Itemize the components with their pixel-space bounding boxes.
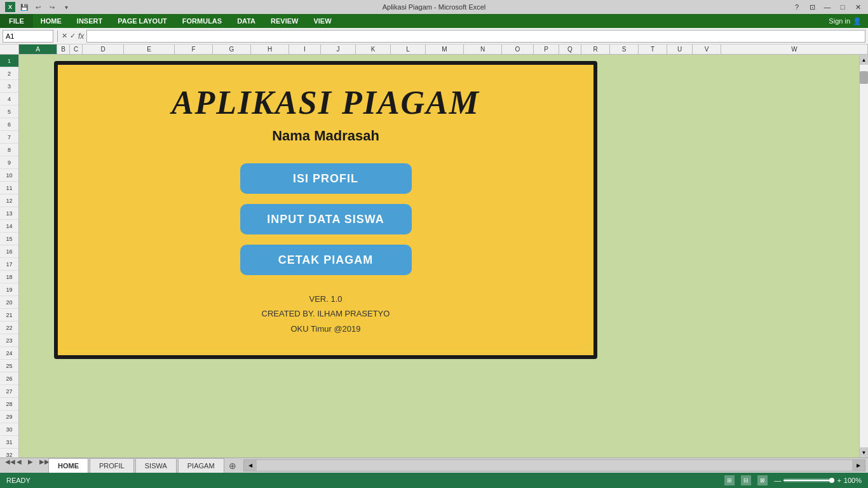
sheet-nav-next[interactable]: ▶ xyxy=(25,458,36,473)
page-layout-view-icon[interactable]: ⊟ xyxy=(741,475,751,485)
tab-data[interactable]: DATA xyxy=(229,14,263,28)
customize-qa-icon[interactable]: ▾ xyxy=(61,2,71,12)
col-header-w[interactable]: W xyxy=(721,44,868,54)
row-num-12[interactable]: 12 xyxy=(0,194,18,207)
col-header-s[interactable]: S xyxy=(610,44,639,54)
zoom-slider[interactable] xyxy=(783,478,834,482)
insert-function-icon[interactable]: fx xyxy=(78,32,84,41)
zoom-out-icon[interactable]: — xyxy=(774,477,781,484)
horizontal-scrollbar[interactable]: ◀ ▶ xyxy=(243,459,865,471)
row-num-9[interactable]: 9 xyxy=(0,156,18,169)
close-button[interactable]: ✕ xyxy=(853,2,863,12)
sheet-tab-home[interactable]: HOME xyxy=(48,458,88,473)
col-header-o[interactable]: O xyxy=(502,44,534,54)
sheet-nav-right[interactable]: ▶▶ xyxy=(37,458,47,473)
row-num-8[interactable]: 8 xyxy=(0,144,18,156)
col-header-k[interactable]: K xyxy=(356,44,391,54)
tab-home[interactable]: HOME xyxy=(33,14,69,28)
col-header-e[interactable]: E xyxy=(124,44,175,54)
isi-profil-button[interactable]: ISI PROFIL xyxy=(240,163,412,194)
row-num-7[interactable]: 7 xyxy=(0,131,18,144)
row-num-20[interactable]: 20 xyxy=(0,296,18,309)
add-sheet-button[interactable]: ⊕ xyxy=(226,458,240,473)
col-header-b[interactable]: B xyxy=(57,44,70,54)
col-header-c[interactable]: C xyxy=(70,44,83,54)
row-num-19[interactable]: 19 xyxy=(0,283,18,296)
sheet-nav-prev[interactable]: ◀ xyxy=(14,458,24,473)
row-num-15[interactable]: 15 xyxy=(0,233,18,245)
restore-button[interactable]: ⊡ xyxy=(807,2,817,12)
row-num-27[interactable]: 27 xyxy=(0,385,18,398)
col-header-p[interactable]: P xyxy=(534,44,559,54)
col-header-t[interactable]: T xyxy=(639,44,667,54)
tab-formulas[interactable]: FORMULAS xyxy=(175,14,229,28)
row-num-2[interactable]: 2 xyxy=(0,67,18,80)
col-header-v[interactable]: V xyxy=(693,44,721,54)
row-num-31[interactable]: 31 xyxy=(0,436,18,449)
sign-in-button[interactable]: Sign in 👤 xyxy=(822,14,868,28)
col-header-f[interactable]: F xyxy=(175,44,213,54)
row-num-18[interactable]: 18 xyxy=(0,271,18,283)
row-num-26[interactable]: 26 xyxy=(0,372,18,385)
sheet-tab-piagam[interactable]: PIAGAM xyxy=(178,458,224,473)
cetak-piagam-button[interactable]: CETAK PIAGAM xyxy=(240,245,412,275)
row-num-1[interactable]: 1 xyxy=(0,55,18,67)
cancel-formula-icon[interactable]: ✕ xyxy=(62,32,67,40)
row-num-30[interactable]: 30 xyxy=(0,423,18,436)
row-num-6[interactable]: 6 xyxy=(0,118,18,131)
redo-icon[interactable]: ↪ xyxy=(47,2,57,12)
row-num-3[interactable]: 3 xyxy=(0,80,18,93)
col-header-m[interactable]: M xyxy=(426,44,464,54)
col-header-j[interactable]: J xyxy=(321,44,356,54)
sheet-nav-left[interactable]: ◀◀ xyxy=(3,458,13,473)
col-header-d[interactable]: D xyxy=(83,44,124,54)
zoom-in-icon[interactable]: + xyxy=(837,477,841,484)
row-num-10[interactable]: 10 xyxy=(0,169,18,182)
row-num-24[interactable]: 24 xyxy=(0,347,18,360)
row-num-25[interactable]: 25 xyxy=(0,360,18,372)
vertical-scrollbar[interactable]: ▲ ▼ xyxy=(859,55,868,458)
sheet-tab-siswa[interactable]: SISWA xyxy=(135,458,177,473)
row-num-4[interactable]: 4 xyxy=(0,93,18,105)
col-header-r[interactable]: R xyxy=(581,44,610,54)
col-header-h[interactable]: H xyxy=(251,44,289,54)
tab-page-layout[interactable]: PAGE LAYOUT xyxy=(110,14,175,28)
row-num-14[interactable]: 14 xyxy=(0,220,18,233)
row-num-17[interactable]: 17 xyxy=(0,258,18,271)
col-header-u[interactable]: U xyxy=(667,44,693,54)
minimize-button[interactable]: — xyxy=(822,2,832,12)
row-num-13[interactable]: 13 xyxy=(0,207,18,220)
row-num-32[interactable]: 32 xyxy=(0,449,18,458)
confirm-formula-icon[interactable]: ✓ xyxy=(70,32,76,40)
input-data-siswa-button[interactable]: INPUT DATA SISWA xyxy=(240,204,412,234)
tab-file[interactable]: FILE xyxy=(0,14,33,28)
row-num-21[interactable]: 21 xyxy=(0,309,18,322)
row-num-16[interactable]: 16 xyxy=(0,245,18,258)
spreadsheet: A B C D E F G H I J K L M N O P Q R S T … xyxy=(0,44,868,458)
col-header-n[interactable]: N xyxy=(464,44,502,54)
row-num-11[interactable]: 11 xyxy=(0,182,18,194)
zoom-thumb[interactable] xyxy=(829,478,834,483)
page-break-view-icon[interactable]: ⊠ xyxy=(757,475,768,485)
tab-insert[interactable]: INSERT xyxy=(69,14,110,28)
cell-reference-box[interactable]: A1 xyxy=(3,30,53,43)
sheet-tab-profil[interactable]: PROFIL xyxy=(90,458,134,473)
col-header-i[interactable]: I xyxy=(289,44,321,54)
help-button[interactable]: ? xyxy=(792,2,802,12)
undo-icon[interactable]: ↩ xyxy=(33,2,43,12)
row-num-5[interactable]: 5 xyxy=(0,105,18,118)
tab-view[interactable]: VIEW xyxy=(306,14,339,28)
col-header-g[interactable]: G xyxy=(213,44,251,54)
row-num-29[interactable]: 29 xyxy=(0,410,18,423)
row-num-23[interactable]: 23 xyxy=(0,334,18,347)
row-num-22[interactable]: 22 xyxy=(0,322,18,334)
quick-save-icon[interactable]: 💾 xyxy=(19,2,29,12)
normal-view-icon[interactable]: ⊞ xyxy=(724,475,735,485)
col-header-q[interactable]: Q xyxy=(559,44,581,54)
col-header-a[interactable]: A xyxy=(19,44,57,54)
row-num-28[interactable]: 28 xyxy=(0,398,18,410)
maximize-button[interactable]: □ xyxy=(837,2,848,12)
formula-input[interactable] xyxy=(86,30,865,43)
col-header-l[interactable]: L xyxy=(391,44,426,54)
tab-review[interactable]: REVIEW xyxy=(263,14,306,28)
